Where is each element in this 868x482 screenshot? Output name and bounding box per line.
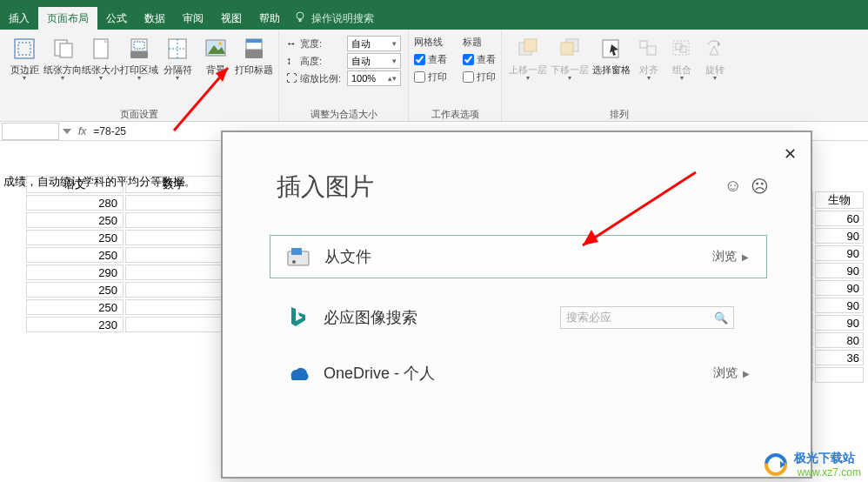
- breaks-icon: [164, 35, 191, 63]
- bring-forward-button: 上移一层▾: [507, 31, 549, 82]
- from-file-option[interactable]: 从文件 浏览▶: [270, 235, 767, 278]
- gridlines-label: 网格线: [414, 33, 447, 50]
- bring-forward-icon: [514, 35, 542, 63]
- bing-icon: [282, 305, 313, 330]
- browse-onedrive[interactable]: 浏览: [713, 365, 738, 381]
- group-label-scale: 调整为合适大小: [284, 107, 403, 121]
- width-dropdown[interactable]: 自动▾: [347, 36, 401, 51]
- height-arrows-icon: ↕: [286, 55, 300, 67]
- svg-rect-17: [246, 39, 262, 43]
- group-label-arrange: 排列: [507, 107, 731, 121]
- tab-help[interactable]: 帮助: [250, 7, 289, 30]
- formula-text[interactable]: =78-25: [93, 125, 126, 137]
- orientation-button[interactable]: 纸张方向▾: [43, 31, 82, 82]
- tab-review[interactable]: 审阅: [174, 7, 212, 30]
- margins-icon: [10, 35, 38, 63]
- group-sheet-options: 网格线 查看 打印 标题 查看 打印 工作表选项: [409, 30, 502, 121]
- size-button[interactable]: 纸张大小▾: [82, 31, 120, 82]
- svg-rect-20: [524, 39, 537, 51]
- rotate-button: 旋转▾: [698, 31, 731, 82]
- right-data-table[interactable]: 生物 60 90 90 90 90 90 90 80 36: [813, 190, 865, 385]
- print-area-icon: [125, 35, 153, 63]
- col-header-right: 生物: [815, 191, 864, 209]
- group-label-page-setup: 页面设置: [5, 107, 273, 121]
- onedrive-icon: [282, 365, 313, 382]
- svg-rect-2: [15, 39, 34, 58]
- height-dropdown[interactable]: 自动▾: [347, 53, 401, 69]
- send-backward-button: 下移一层▾: [549, 31, 591, 82]
- svg-rect-1: [299, 19, 302, 22]
- browse-from-file[interactable]: 浏览: [712, 249, 737, 264]
- orientation-icon: [49, 35, 77, 63]
- scale-icon: ⛶: [286, 72, 300, 84]
- watermark: 极光下载站 www.xz7.com: [761, 451, 861, 479]
- tab-data[interactable]: 数据: [136, 7, 174, 30]
- group-button: 组合▾: [665, 31, 698, 82]
- name-dropdown-icon[interactable]: [63, 127, 71, 136]
- from-file-icon: [283, 246, 314, 267]
- width-arrows-icon: ↔: [286, 37, 300, 50]
- dialog-title: 插入图片: [277, 171, 374, 204]
- width-label: 宽度:: [300, 37, 347, 50]
- group-scale-to-fit: ↔ 宽度: 自动▾ ↕ 高度: 自动▾ ⛶ 缩放比例: 100%▴▾ 调整为合适…: [279, 30, 409, 121]
- send-backward-icon: [556, 35, 584, 63]
- svg-rect-18: [245, 50, 263, 58]
- svg-marker-29: [710, 46, 718, 55]
- svg-rect-25: [647, 46, 656, 55]
- selection-pane-button[interactable]: 选择窗格: [591, 31, 632, 76]
- headings-print-checkbox[interactable]: [463, 71, 474, 83]
- breaks-button[interactable]: 分隔符▾: [158, 31, 197, 82]
- headings-view-checkbox[interactable]: [463, 54, 474, 65]
- align-icon: [635, 35, 663, 63]
- insert-picture-dialog: ✕ ☺ ☹ 插入图片 从文件 浏览▶ 必应图像搜索 搜索必应 🔍 OneDriv…: [221, 131, 812, 479]
- selection-pane-icon: [598, 35, 625, 63]
- group-page-setup: 页边距▾ 纸张方向▾ 纸张大小▾ 打印区域▾ 分隔符▾ 背景: [0, 30, 279, 121]
- name-box[interactable]: [2, 123, 59, 140]
- align-button: 对齐▾: [632, 31, 665, 82]
- svg-rect-3: [18, 43, 30, 55]
- svg-marker-31: [63, 129, 71, 134]
- svg-rect-22: [561, 43, 573, 55]
- col-header-B: 数学: [125, 176, 223, 193]
- group-arrange: 上移一层▾ 下移一层▾ 选择窗格 对齐▾ 组合▾ 旋转▾: [502, 30, 737, 121]
- headings-label: 标题: [463, 33, 496, 50]
- svg-rect-9: [130, 51, 148, 58]
- dialog-close-button[interactable]: ✕: [784, 144, 797, 164]
- smile-icon[interactable]: ☺: [724, 176, 742, 197]
- svg-rect-33: [291, 248, 302, 255]
- group-icon: [668, 35, 696, 63]
- ribbon-tabs: 插入 页面布局 公式 数据 审阅 视图 帮助 操作说明搜索: [0, 7, 868, 30]
- search-icon: 🔍: [714, 311, 728, 325]
- left-data-table[interactable]: 语文数学 280 250 250 250 290 250 250 230: [24, 174, 224, 334]
- margins-button[interactable]: 页边距▾: [5, 31, 43, 82]
- scale-input[interactable]: 100%▴▾: [347, 70, 401, 86]
- svg-point-15: [218, 42, 222, 45]
- background-button[interactable]: 背景: [197, 31, 235, 76]
- gridlines-view-checkbox[interactable]: [414, 54, 425, 65]
- tab-formulas[interactable]: 公式: [97, 7, 136, 30]
- svg-point-0: [297, 12, 304, 19]
- height-label: 高度:: [300, 55, 347, 68]
- fx-icon[interactable]: fx: [78, 125, 86, 137]
- svg-point-34: [292, 260, 296, 264]
- bing-search-option[interactable]: 必应图像搜索 搜索必应 🔍: [270, 296, 767, 339]
- tab-layout[interactable]: 页面布局: [38, 7, 97, 30]
- group-label-sheetopt: 工作表选项: [414, 107, 496, 121]
- bing-search-input[interactable]: 搜索必应 🔍: [560, 306, 734, 329]
- size-icon: [87, 35, 115, 63]
- frown-icon[interactable]: ☹: [751, 176, 769, 197]
- tell-me-search[interactable]: 操作说明搜索: [294, 7, 374, 30]
- print-area-button[interactable]: 打印区域▾: [120, 31, 158, 82]
- background-icon: [202, 35, 230, 63]
- gridlines-print-checkbox[interactable]: [414, 71, 425, 83]
- svg-rect-24: [640, 41, 647, 48]
- tab-insert[interactable]: 插入: [0, 7, 38, 30]
- lightbulb-icon: [294, 11, 306, 26]
- print-titles-button[interactable]: 打印标题: [235, 31, 273, 76]
- ribbon: 页边距▾ 纸张方向▾ 纸张大小▾ 打印区域▾ 分隔符▾ 背景: [0, 30, 868, 122]
- watermark-logo-icon: [761, 452, 791, 477]
- col-header-A: 语文: [26, 176, 124, 193]
- onedrive-option[interactable]: OneDrive - 个人 浏览▶: [270, 351, 767, 395]
- svg-rect-5: [60, 44, 72, 57]
- tab-view[interactable]: 视图: [212, 7, 250, 30]
